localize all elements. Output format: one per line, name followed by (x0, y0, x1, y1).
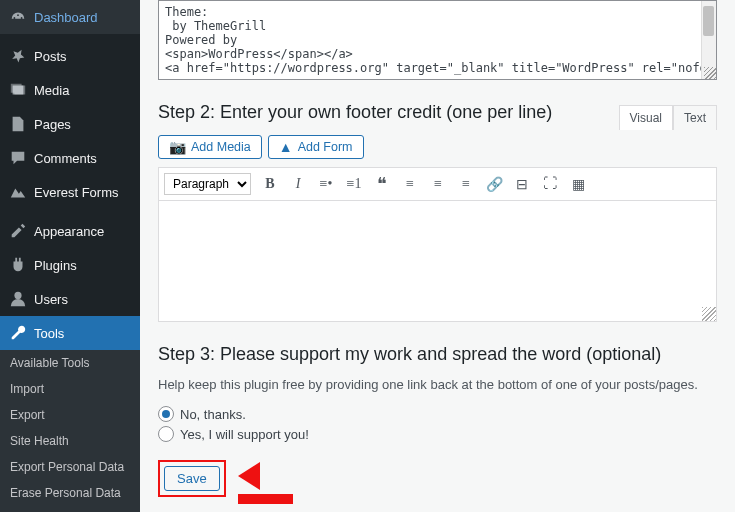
admin-sidebar: Dashboard Posts Media Pages Comments Eve… (0, 0, 140, 512)
form-btn-label: Add Form (298, 140, 353, 154)
sidebar-label: Comments (34, 151, 97, 166)
media-icon (8, 80, 28, 100)
users-icon (8, 289, 28, 309)
sidebar-label: Dashboard (34, 10, 98, 25)
sidebar-item-appearance[interactable]: Appearance (0, 214, 140, 248)
camera-icon: 📷 (169, 139, 186, 155)
pin-icon (8, 46, 28, 66)
toolbar-toggle-icon[interactable]: ▦ (565, 171, 591, 197)
fullscreen-icon[interactable]: ⛶ (537, 171, 563, 197)
resize-handle[interactable] (704, 67, 716, 79)
sub-site-health[interactable]: Site Health (0, 428, 140, 454)
annotation-arrow (238, 462, 293, 505)
sub-available-tools[interactable]: Available Tools (0, 350, 140, 376)
sidebar-label: Posts (34, 49, 67, 64)
sidebar-item-media[interactable]: Media (0, 73, 140, 107)
plugins-icon (8, 255, 28, 275)
sub-remove-footer[interactable]: Remove Footer Credit (0, 506, 140, 512)
sidebar-label: Appearance (34, 224, 104, 239)
add-form-button[interactable]: ▲Add Form (268, 135, 364, 159)
step3-description: Help keep this plugin free by providing … (158, 377, 717, 392)
wysiwyg-editor: Paragraph B I ≡• ≡1 ❝ ≡ ≡ ≡ 🔗 ⊟ ⛶ ▦ (158, 167, 717, 322)
bold-icon[interactable]: B (257, 171, 283, 197)
sidebar-label: Plugins (34, 258, 77, 273)
sidebar-label: Users (34, 292, 68, 307)
align-left-icon[interactable]: ≡ (397, 171, 423, 197)
quote-icon[interactable]: ❝ (369, 171, 395, 197)
tab-visual[interactable]: Visual (619, 105, 673, 130)
step3-heading: Step 3: Please support my work and sprea… (158, 344, 717, 365)
dashboard-icon (8, 7, 28, 27)
align-right-icon[interactable]: ≡ (453, 171, 479, 197)
readmore-icon[interactable]: ⊟ (509, 171, 535, 197)
radio-label: No, thanks. (180, 407, 246, 422)
sidebar-label: Pages (34, 117, 71, 132)
media-btn-label: Add Media (191, 140, 251, 154)
editor-resize-handle[interactable] (702, 307, 716, 321)
save-button[interactable]: Save (164, 466, 220, 491)
sidebar-label: Tools (34, 326, 64, 341)
tools-submenu: Available Tools Import Export Site Healt… (0, 350, 140, 512)
sidebar-item-comments[interactable]: Comments (0, 141, 140, 175)
code-content: Theme: by ThemeGrill Powered by <span>Wo… (165, 5, 717, 75)
sidebar-item-users[interactable]: Users (0, 282, 140, 316)
radio-icon[interactable] (158, 406, 174, 422)
tools-icon (8, 323, 28, 343)
tab-text[interactable]: Text (673, 105, 717, 130)
highlight-box: Save (158, 460, 226, 497)
sub-export[interactable]: Export (0, 402, 140, 428)
radio-no-thanks[interactable]: No, thanks. (158, 406, 717, 422)
step1-textarea[interactable]: Theme: by ThemeGrill Powered by <span>Wo… (158, 0, 717, 80)
italic-icon[interactable]: I (285, 171, 311, 197)
comments-icon (8, 148, 28, 168)
main-content: Theme: by ThemeGrill Powered by <span>Wo… (140, 0, 735, 512)
appearance-icon (8, 221, 28, 241)
sidebar-label: Everest Forms (34, 185, 119, 200)
svg-point-0 (14, 292, 21, 299)
format-select[interactable]: Paragraph (164, 173, 251, 195)
radio-label: Yes, I will support you! (180, 427, 309, 442)
bullet-list-icon[interactable]: ≡• (313, 171, 339, 197)
sidebar-label: Media (34, 83, 69, 98)
radio-icon[interactable] (158, 426, 174, 442)
number-list-icon[interactable]: ≡1 (341, 171, 367, 197)
sidebar-item-everest[interactable]: Everest Forms (0, 175, 140, 209)
sidebar-item-pages[interactable]: Pages (0, 107, 140, 141)
form-icon: ▲ (279, 139, 293, 155)
radio-yes-support[interactable]: Yes, I will support you! (158, 426, 717, 442)
add-media-button[interactable]: 📷Add Media (158, 135, 262, 159)
sidebar-item-tools[interactable]: Tools (0, 316, 140, 350)
sub-erase-personal[interactable]: Erase Personal Data (0, 480, 140, 506)
pages-icon (8, 114, 28, 134)
sidebar-item-posts[interactable]: Posts (0, 39, 140, 73)
sub-import[interactable]: Import (0, 376, 140, 402)
link-icon[interactable]: 🔗 (481, 171, 507, 197)
sub-export-personal[interactable]: Export Personal Data (0, 454, 140, 480)
editor-toolbar: Paragraph B I ≡• ≡1 ❝ ≡ ≡ ≡ 🔗 ⊟ ⛶ ▦ (159, 168, 716, 201)
align-center-icon[interactable]: ≡ (425, 171, 451, 197)
sidebar-item-dashboard[interactable]: Dashboard (0, 0, 140, 34)
everest-icon (8, 182, 28, 202)
editor-textarea[interactable] (159, 201, 716, 321)
sidebar-item-plugins[interactable]: Plugins (0, 248, 140, 282)
